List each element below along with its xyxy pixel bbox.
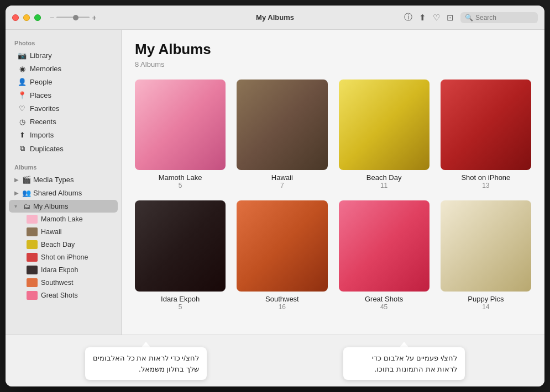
album-item-hawaii[interactable]: Hawaii 7 [237,80,327,189]
sub-item-hawaii[interactable]: Hawaii [9,226,118,238]
sub-item-shot-on-iphone[interactable]: Shot on iPhone [9,251,118,263]
album-item-beach-day[interactable]: Beach Day 11 [339,80,429,189]
mamoth-lake-name: Mamoth Lake [159,173,202,182]
sidebar-item-places[interactable]: 📍 Places [9,89,118,102]
shot-on-iphone-thumbnail [441,80,531,170]
close-button[interactable] [12,14,19,21]
maximize-button[interactable] [34,14,41,21]
search-input[interactable] [475,14,531,22]
album-grid: Mamoth Lake 5 Hawaii 7 Beach Day 11 Shot… [135,80,531,311]
beach-day-name: Beach Day [366,173,402,182]
sidebar-group-shared-albums[interactable]: ▶ 👥 Shared Albums [9,187,118,199]
album-item-mamoth-lake[interactable]: Mamoth Lake 5 [135,80,226,189]
library-icon: 📷 [18,51,27,60]
sub-item-southwest[interactable]: Southwest [9,277,118,289]
album-item-southwest[interactable]: Southwest 16 [237,200,327,310]
album-item-shot-on-iphone[interactable]: Shot on iPhone 13 [441,80,531,189]
albums-count: 8 Albums [135,60,531,68]
favorites-icon: ♡ [18,104,27,113]
app-window: − + My Albums ⓘ ⬆ ♡ ⊡ 🔍 Photos 📷 Library [6,6,544,386]
southwest-thumb [27,278,38,287]
my-albums-label: My Albums [33,202,69,210]
tooltip-section: לחצ/י כדי לראות את כל האלבומים שלך בחלון… [6,335,544,386]
idara-ekpoh-count: 5 [179,303,182,311]
sidebar-item-recents[interactable]: ◷ Recents [9,115,118,128]
shared-albums-icon: 👥 [22,189,31,197]
right-tooltip-arrow [400,342,408,347]
beach-day-thumbnail [339,80,429,170]
hawaii-sub-label: Hawaii [41,228,62,236]
great-shots-name: Great Shots [365,295,403,303]
sidebar-item-imports[interactable]: ⬆ Imports [9,129,118,141]
great-shots-thumbnail [339,200,429,291]
sidebar-item-memories[interactable]: ◉ Memories [9,62,118,75]
zoom-out-button[interactable]: − [50,13,54,22]
window-title: My Albums [256,13,294,22]
southwest-count: 16 [279,303,286,311]
beach-day-sub-label: Beach Day [41,241,75,248]
puppy-pics-count: 14 [482,303,489,311]
minimize-button[interactable] [23,14,30,21]
hawaii-name: Hawaii [271,173,293,182]
chevron-down-icon: ▾ [14,203,20,209]
sidebar-group-media-types[interactable]: ▶ 🎬 Media Types [9,173,118,186]
content-area: My Albums 8 Albums Mamoth Lake 5 Hawaii … [122,30,544,335]
album-item-idara-ekpoh[interactable]: Idara Ekpoh 5 [135,200,226,310]
people-label: People [30,78,52,86]
mamoth-lake-thumbnail [135,80,226,170]
media-types-icon: 🎬 [22,176,31,184]
hawaii-count: 7 [280,182,284,189]
info-icon[interactable]: ⓘ [404,12,412,23]
southwest-name: Southwest [265,295,299,303]
photos-section-label: Photos [6,35,121,49]
memories-icon: ◉ [18,65,27,73]
beach-day-count: 11 [380,182,387,189]
albums-section-label: Albums [6,160,121,173]
mamoth-lake-sub-label: Mamoth Lake [41,215,83,223]
right-tooltip: לחצ/י פעמיים על אלבום כדי לראות את התמונ… [343,347,465,380]
titlebar-controls: ⓘ ⬆ ♡ ⊡ 🔍 [404,12,538,23]
hawaii-thumbnail [237,80,327,170]
puppy-pics-name: Puppy Pics [468,295,504,303]
album-item-great-shots[interactable]: Great Shots 45 [339,200,429,310]
search-icon: 🔍 [465,14,473,22]
zoom-slider[interactable] [56,17,90,18]
crop-icon[interactable]: ⊡ [447,13,454,23]
sub-item-great-shots[interactable]: Great Shots [9,289,118,301]
duplicates-label: Duplicates [30,145,64,153]
sub-item-idara-ekpoh[interactable]: Idara Ekpoh [9,264,118,276]
southwest-thumbnail [237,200,327,291]
imports-icon: ⬆ [18,131,27,139]
sidebar-item-favorites[interactable]: ♡ Favorites [9,102,118,115]
search-bar[interactable]: 🔍 [460,12,538,23]
sidebar-item-library[interactable]: 📷 Library [9,49,118,62]
sidebar: Photos 📷 Library ◉ Memories 👤 People 📍 P… [6,30,122,335]
idara-ekpoh-thumb [27,266,38,274]
album-item-puppy-pics[interactable]: Puppy Pics 14 [441,200,531,310]
heart-icon[interactable]: ♡ [433,13,440,23]
chevron-right-icon: ▶ [14,177,20,183]
sidebar-group-my-albums[interactable]: ▾ 🗂 My Albums [9,200,118,213]
recents-label: Recents [30,118,56,126]
southwest-sub-label: Southwest [41,279,73,287]
great-shots-sub-label: Great Shots [41,292,78,299]
my-albums-icon: 🗂 [22,202,31,210]
puppy-pics-thumbnail [441,200,531,291]
zoom-slider-thumb [73,15,78,20]
share-icon[interactable]: ⬆ [419,13,426,23]
shared-albums-label: Shared Albums [33,189,82,197]
shot-on-iphone-count: 13 [482,182,489,189]
places-icon: 📍 [18,91,27,99]
idara-ekpoh-thumbnail [135,200,226,291]
shot-on-iphone-sub-label: Shot on iPhone [41,253,88,261]
library-label: Library [30,51,52,60]
duplicates-icon: ⧉ [18,144,27,153]
sidebar-item-people[interactable]: 👤 People [9,76,118,88]
zoom-controls: − + [50,13,96,22]
sub-item-beach-day[interactable]: Beach Day [9,239,118,251]
mamoth-lake-thumb [27,215,38,224]
zoom-in-button[interactable]: + [92,13,96,22]
sub-item-mamoth-lake[interactable]: Mamoth Lake [9,213,118,225]
traffic-lights [12,14,41,21]
sidebar-item-duplicates[interactable]: ⧉ Duplicates [9,142,118,155]
